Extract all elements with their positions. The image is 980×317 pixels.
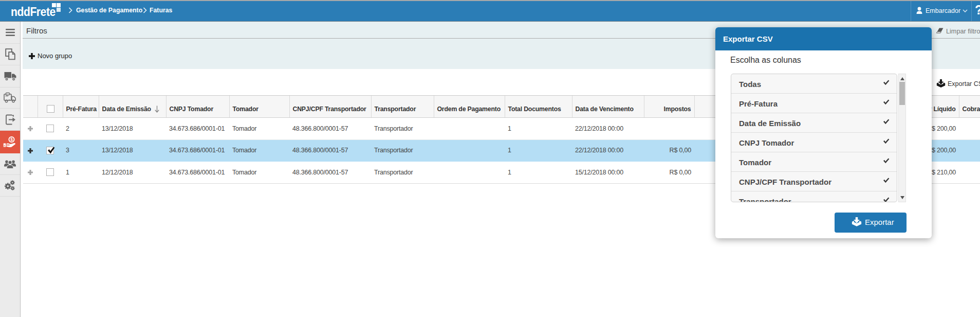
svg-text:$: $ [10, 137, 13, 142]
